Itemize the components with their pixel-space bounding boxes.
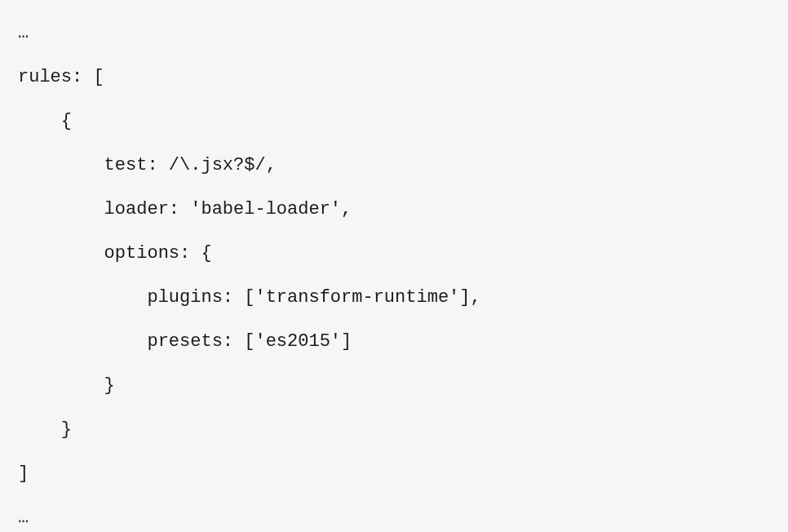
code-line: … (18, 23, 29, 43)
code-line: rules: [ (18, 67, 104, 87)
code-line: … (18, 508, 29, 528)
code-line: loader: 'babel-loader', (18, 199, 352, 219)
code-line: } (18, 419, 72, 440)
code-line: plugins: ['transform-runtime'], (18, 287, 481, 308)
code-line: presets: ['es2015'] (18, 331, 352, 352)
code-line: options: { (18, 243, 212, 264)
code-block: … rules: [ { test: /\.jsx?$/, loader: 'b… (18, 11, 770, 532)
code-line: test: /\.jsx?$/, (18, 155, 277, 175)
code-line: ] (18, 463, 29, 484)
code-line: { (18, 111, 72, 131)
code-line: } (18, 375, 115, 396)
